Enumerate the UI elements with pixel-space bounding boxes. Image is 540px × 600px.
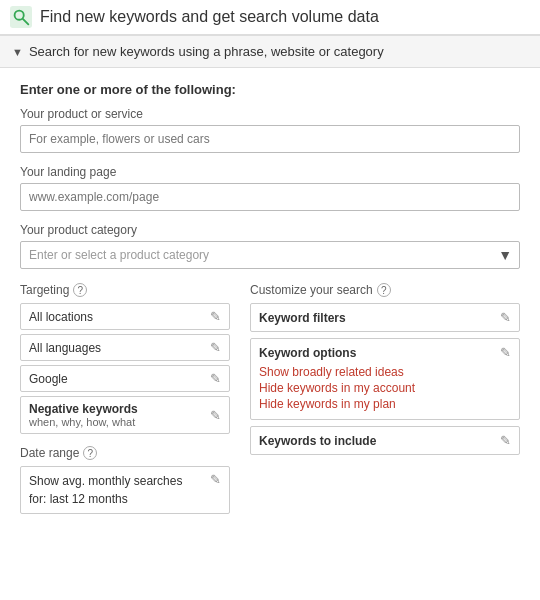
product-field-group: Your product or service xyxy=(20,107,520,153)
targeting-row-text: All languages xyxy=(29,341,101,355)
edit-icon[interactable]: ✎ xyxy=(500,345,511,360)
landing-label: Your landing page xyxy=(20,165,520,179)
keywords-include-header: Keywords to include ✎ xyxy=(259,433,511,448)
date-range-value: Show avg. monthly searches for: last 12 … xyxy=(29,472,182,508)
hide-in-account-link[interactable]: Hide keywords in my account xyxy=(259,381,511,395)
page-header: Find new keywords and get search volume … xyxy=(0,0,540,35)
date-range-text: Date range xyxy=(20,446,79,460)
edit-icon[interactable]: ✎ xyxy=(500,310,511,325)
negative-keywords-label: Negative keywords xyxy=(29,402,138,416)
keyword-options-title: Keyword options xyxy=(259,346,356,360)
date-range-label: Date range ? xyxy=(20,446,230,460)
customize-section-label: Customize your search ? xyxy=(250,283,520,297)
product-input[interactable] xyxy=(20,125,520,153)
targeting-row-text: All locations xyxy=(29,310,93,324)
customize-column: Customize your search ? Keyword filters … xyxy=(250,283,520,514)
keyword-filters-block: Keyword filters ✎ xyxy=(250,303,520,332)
date-range-help-badge[interactable]: ? xyxy=(83,446,97,460)
targeting-row[interactable]: All locations ✎ xyxy=(20,303,230,330)
date-range-row[interactable]: Show avg. monthly searches for: last 12 … xyxy=(20,466,230,514)
keyword-options-block: Keyword options ✎ Show broadly related i… xyxy=(250,338,520,420)
targeting-label: Targeting xyxy=(20,283,69,297)
two-col-layout: Targeting ? All locations ✎ All language… xyxy=(20,283,520,514)
keyword-filters-header: Keyword filters ✎ xyxy=(259,310,511,325)
section-label: Search for new keywords using a phrase, … xyxy=(29,44,384,59)
landing-field-group: Your landing page xyxy=(20,165,520,211)
customize-help-badge[interactable]: ? xyxy=(377,283,391,297)
edit-icon[interactable]: ✎ xyxy=(210,340,221,355)
edit-icon[interactable]: ✎ xyxy=(210,371,221,386)
targeting-row-text: Google xyxy=(29,372,68,386)
negative-keywords-value: when, why, how, what xyxy=(29,416,138,428)
targeting-section-label: Targeting ? xyxy=(20,283,230,297)
edit-icon[interactable]: ✎ xyxy=(210,408,221,423)
targeting-row[interactable]: Google ✎ xyxy=(20,365,230,392)
chevron-down-icon: ▼ xyxy=(12,46,23,58)
keyword-options-header: Keyword options ✎ xyxy=(259,345,511,360)
category-label: Your product category xyxy=(20,223,520,237)
keywords-include-title: Keywords to include xyxy=(259,434,376,448)
section-toggle[interactable]: ▼ Search for new keywords using a phrase… xyxy=(0,35,540,68)
edit-icon[interactable]: ✎ xyxy=(500,433,511,448)
broadly-related-link[interactable]: Show broadly related ideas xyxy=(259,365,511,379)
targeting-help-badge[interactable]: ? xyxy=(73,283,87,297)
category-field-group: Your product category Enter or select a … xyxy=(20,223,520,269)
date-range-section: Date range ? Show avg. monthly searches … xyxy=(20,446,230,514)
main-content: Enter one or more of the following: Your… xyxy=(0,68,540,528)
date-range-line2: for: last 12 months xyxy=(29,490,182,508)
hide-in-plan-link[interactable]: Hide keywords in my plan xyxy=(259,397,511,411)
enter-label: Enter one or more of the following: xyxy=(20,82,520,97)
targeting-row[interactable]: All languages ✎ xyxy=(20,334,230,361)
search-icon xyxy=(10,6,32,28)
product-label: Your product or service xyxy=(20,107,520,121)
edit-icon[interactable]: ✎ xyxy=(210,472,221,487)
category-select-wrap: Enter or select a product category ▼ xyxy=(20,241,520,269)
landing-input[interactable] xyxy=(20,183,520,211)
keyword-filters-title: Keyword filters xyxy=(259,311,346,325)
targeting-negative-keywords-row[interactable]: Negative keywords when, why, how, what ✎ xyxy=(20,396,230,434)
edit-icon[interactable]: ✎ xyxy=(210,309,221,324)
keyword-options-links: Show broadly related ideas Hide keywords… xyxy=(259,365,511,411)
category-select[interactable]: Enter or select a product category xyxy=(20,241,520,269)
keywords-include-block: Keywords to include ✎ xyxy=(250,426,520,455)
date-range-line1: Show avg. monthly searches xyxy=(29,472,182,490)
page-title: Find new keywords and get search volume … xyxy=(40,8,379,26)
targeting-column: Targeting ? All locations ✎ All language… xyxy=(20,283,230,514)
customize-label: Customize your search xyxy=(250,283,373,297)
targeting-negative-keywords-content: Negative keywords when, why, how, what xyxy=(29,402,138,428)
